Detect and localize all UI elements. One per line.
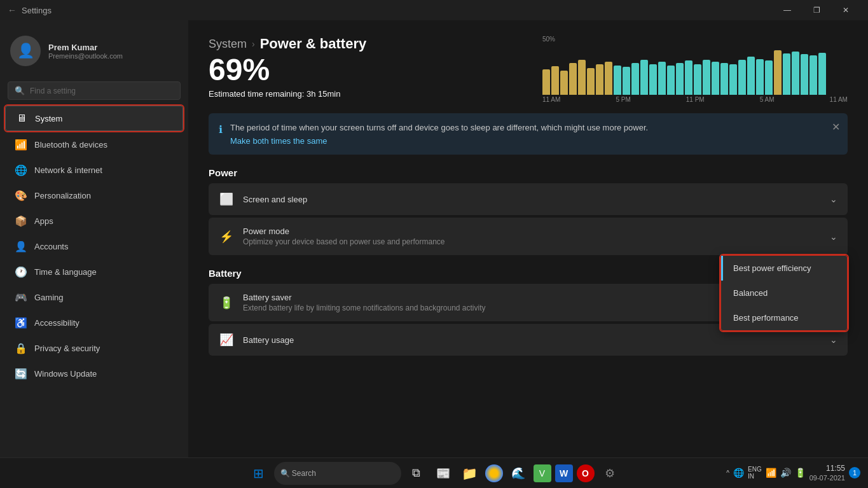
screen-sleep-title: Screen and sleep	[243, 195, 821, 204]
vpn-button[interactable]: V	[534, 464, 551, 482]
sidebar-item-network[interactable]: 🌐 Network & internet	[5, 158, 183, 182]
chart-bar	[703, 60, 710, 95]
sidebar: 👤 Prem Kumar Premeins@outlook.com 🔍 🖥 Sy…	[0, 20, 188, 457]
dropdown-option-balanced[interactable]: Balanced	[721, 281, 847, 305]
sidebar-item-accessibility[interactable]: ♿ Accessibility	[5, 310, 183, 335]
chevron-down-icon: ⌄	[830, 194, 837, 204]
breadcrumb-separator: ›	[252, 39, 255, 49]
start-button[interactable]: ⊞	[247, 462, 270, 485]
header-left: System › Power & battery 69% Estimated t…	[209, 36, 366, 99]
power-mode-dropdown: Best power efficiency Balanced Best perf…	[720, 255, 848, 331]
dropdown-option-best-power[interactable]: Best power efficiency	[721, 256, 847, 281]
chart-label-3: 5 AM	[760, 96, 775, 103]
dropdown-option-best-performance[interactable]: Best performance	[721, 305, 847, 330]
sidebar-item-label: Network & internet	[34, 165, 102, 175]
taskbar-time[interactable]: 11:55 09-07-2021	[809, 464, 845, 483]
window-title: Settings	[22, 6, 52, 15]
chart-bar	[542, 69, 550, 95]
battery-chart	[542, 44, 848, 95]
power-section-title: Power	[209, 167, 848, 178]
sidebar-item-update[interactable]: 🔄 Windows Update	[5, 361, 183, 386]
estimated-label: Estimated time remaining:	[209, 89, 304, 99]
chart-bar	[560, 71, 568, 95]
battery-chart-container: 50% 11 AM 5 PM 11 PM 5 AM 11 AM	[542, 36, 848, 103]
system-icon: 🖥	[16, 113, 27, 124]
info-link[interactable]: Make both times the same	[230, 136, 648, 146]
search-button[interactable]: 🔍 Search	[274, 462, 401, 485]
estimated-value: 3h 15min	[307, 89, 340, 99]
battery-usage-action: ⌄	[830, 335, 837, 345]
settings-taskbar-button[interactable]: ⚙	[598, 462, 621, 485]
minimize-button[interactable]: —	[773, 0, 802, 20]
chart-labels: 11 AM 5 PM 11 PM 5 AM 11 AM	[542, 96, 848, 103]
screen-sleep-icon: ⬜	[219, 192, 234, 206]
word-button[interactable]: W	[555, 464, 573, 482]
battery-icon: 🔋	[795, 468, 806, 478]
chevron-down-icon: ⌄	[830, 335, 837, 345]
gaming-icon: 🎮	[15, 291, 27, 303]
sidebar-item-bluetooth[interactable]: 📶 Bluetooth & devices	[5, 132, 183, 157]
chart-bar	[623, 67, 630, 95]
chart-bar	[649, 64, 657, 95]
estimated-time: Estimated time remaining: 3h 15min	[209, 89, 366, 99]
sidebar-item-apps[interactable]: 📦 Apps	[5, 209, 183, 233]
sidebar-item-privacy[interactable]: 🔒 Privacy & security	[5, 336, 183, 360]
taskbar-center: ⊞ 🔍 Search ⧉ 📰 📁 ● 🌊 V W O ⚙	[247, 462, 621, 485]
main-content: System › Power & battery 69% Estimated t…	[188, 20, 868, 457]
sidebar-item-time[interactable]: 🕐 Time & language	[5, 260, 183, 284]
chart-bar	[587, 68, 595, 95]
explorer-button[interactable]: 📁	[458, 462, 481, 485]
battery-saver-title: Battery saver	[243, 293, 760, 302]
widgets-button[interactable]: 📰	[432, 462, 455, 485]
power-mode-row[interactable]: ⚡ Power mode Optimize your device based …	[209, 218, 848, 255]
screen-sleep-row[interactable]: ⬜ Screen and sleep ⌄	[209, 183, 848, 215]
sidebar-item-label: Apps	[34, 216, 53, 226]
sidebar-item-label: Personalization	[34, 191, 91, 200]
sidebar-item-gaming[interactable]: 🎮 Gaming	[5, 285, 183, 309]
chart-label-1: 5 PM	[616, 96, 630, 103]
app-container: 👤 Prem Kumar Premeins@outlook.com 🔍 🖥 Sy…	[0, 20, 868, 457]
edge-button[interactable]: 🌊	[507, 462, 530, 485]
back-button[interactable]: ←	[8, 5, 17, 15]
sidebar-item-label: Privacy & security	[34, 344, 100, 353]
info-banner: ℹ The period of time when your screen tu…	[209, 113, 848, 155]
sidebar-item-accounts[interactable]: 👤 Accounts	[5, 234, 183, 258]
show-hidden-icon[interactable]: ^	[726, 470, 729, 477]
notification-icon[interactable]: 1	[849, 467, 860, 478]
sidebar-item-label: Bluetooth & devices	[34, 140, 107, 150]
volume-icon: 🔊	[780, 468, 791, 478]
sidebar-item-system[interactable]: 🖥 System	[5, 106, 183, 131]
network-icon: 🌐	[15, 164, 27, 176]
power-mode-label: Power mode Optimize your device based on…	[243, 227, 821, 246]
privacy-icon: 🔒	[15, 342, 27, 354]
maximize-button[interactable]: ❐	[802, 0, 831, 20]
network-icon: 🌐	[733, 468, 744, 478]
chevron-down-icon: ⌄	[830, 232, 837, 242]
sidebar-item-personalization[interactable]: 🎨 Personalization	[5, 183, 183, 207]
chart-bar	[774, 50, 782, 95]
battery-usage-title: Battery usage	[243, 335, 821, 345]
user-profile[interactable]: 👤 Prem Kumar Premeins@outlook.com	[0, 25, 188, 76]
chart-bar	[685, 60, 692, 95]
chart-bar	[694, 64, 701, 95]
breadcrumb-parent[interactable]: System	[209, 38, 247, 51]
chart-bar	[720, 63, 728, 95]
search-input[interactable]	[30, 87, 174, 95]
chrome-button[interactable]: ●	[485, 464, 503, 482]
power-mode-icon: ⚡	[219, 230, 234, 244]
info-close-button[interactable]: ✕	[832, 121, 840, 133]
chart-bar	[614, 66, 621, 95]
search-box[interactable]: 🔍	[8, 81, 181, 100]
close-button[interactable]: ✕	[831, 0, 860, 20]
opera-button[interactable]: O	[577, 464, 595, 482]
title-bar: ← Settings — ❐ ✕	[0, 0, 868, 20]
accessibility-icon: ♿	[15, 317, 27, 328]
chart-bar	[801, 54, 808, 95]
taskview-button[interactable]: ⧉	[405, 462, 428, 485]
chart-label-2: 11 PM	[686, 96, 705, 103]
time-icon: 🕐	[15, 266, 27, 277]
breadcrumb: System › Power & battery	[209, 36, 366, 52]
power-mode-title: Power mode	[243, 227, 821, 236]
sidebar-item-label: Gaming	[34, 293, 64, 302]
info-icon: ℹ	[219, 123, 223, 136]
